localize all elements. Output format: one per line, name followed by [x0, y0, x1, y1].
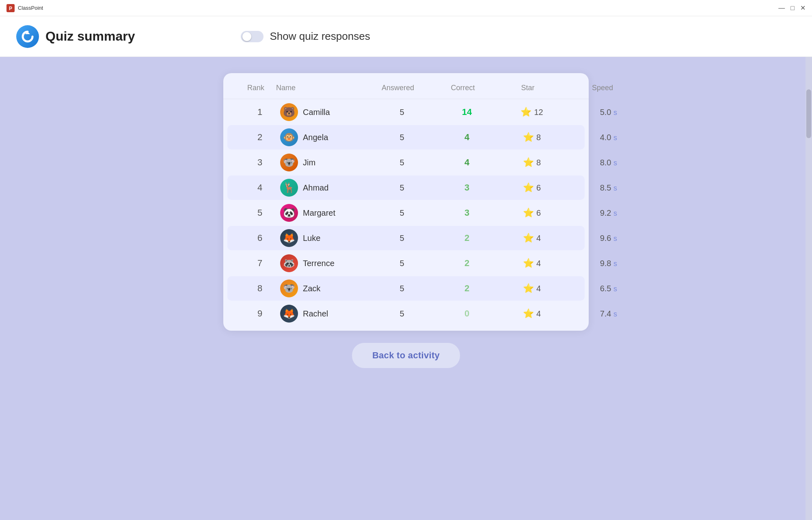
rank-cell: 6	[240, 233, 280, 243]
rank-cell: 7	[240, 258, 280, 269]
toggle-area: Show quiz responses	[241, 30, 370, 43]
star-cell: ⭐ 4	[499, 283, 564, 294]
app-icon: P	[6, 4, 15, 12]
name-cell: 🦊 Luke	[280, 229, 369, 247]
avatar: 🐼	[280, 204, 298, 222]
table-row: 1 🐻 Camilla 5 14 ⭐ 12 5.0 s	[227, 100, 585, 124]
table-card: Rank Name Answered Correct Star Speed 1 …	[223, 73, 589, 331]
student-name: Terrence	[303, 259, 335, 268]
speed-cell: 7.4 s	[564, 309, 621, 318]
star-icon: ⭐	[523, 308, 534, 319]
name-cell: 🦝 Terrence	[280, 254, 369, 272]
name-cell: 🐨 Zack	[280, 280, 369, 297]
minimize-button[interactable]: —	[778, 5, 785, 11]
show-responses-toggle[interactable]	[241, 31, 263, 42]
student-name: Zack	[303, 284, 320, 293]
answered-cell: 5	[369, 259, 434, 268]
correct-cell: 3	[434, 208, 499, 218]
student-name: Margaret	[303, 208, 335, 218]
star-cell: ⭐ 6	[499, 208, 564, 218]
table-row: 4 🦌 Ahmad 5 3 ⭐ 6 8.5 s	[227, 176, 585, 200]
back-to-activity-button[interactable]: Back to activity	[352, 343, 460, 368]
table-header: Rank Name Answered Correct Star Speed	[223, 77, 589, 99]
correct-cell: 14	[434, 107, 499, 117]
col-answered: Answered	[365, 84, 430, 92]
table-row: 5 🐼 Margaret 5 3 ⭐ 6 9.2 s	[227, 201, 585, 225]
star-icon: ⭐	[523, 182, 534, 193]
col-speed: Speed	[560, 84, 617, 92]
avatar: 🦝	[280, 254, 298, 272]
star-count: 4	[536, 259, 541, 268]
speed-cell: 5.0 s	[564, 108, 621, 117]
correct-cell: 2	[434, 283, 499, 294]
star-icon: ⭐	[523, 157, 534, 168]
star-count: 8	[536, 133, 541, 142]
name-cell: 🐵 Angela	[280, 128, 369, 146]
star-icon: ⭐	[523, 233, 534, 243]
avatar: 🦊	[280, 305, 298, 323]
rank-cell: 8	[240, 283, 280, 294]
col-rank: Rank	[235, 84, 276, 92]
maximize-button[interactable]: □	[790, 5, 795, 11]
avatar: 🐨	[280, 154, 298, 171]
table-row: 6 🦊 Luke 5 2 ⭐ 4 9.6 s	[227, 226, 585, 250]
answered-cell: 5	[369, 183, 434, 193]
col-name: Name	[276, 84, 365, 92]
student-name: Rachel	[303, 309, 328, 318]
star-cell: ⭐ 6	[499, 182, 564, 193]
star-icon: ⭐	[520, 107, 531, 117]
correct-cell: 3	[434, 182, 499, 193]
speed-cell: 9.6 s	[564, 234, 621, 243]
logo-circle	[16, 25, 39, 48]
speed-unit: s	[613, 159, 617, 167]
star-cell: ⭐ 12	[499, 107, 564, 117]
star-icon: ⭐	[523, 258, 534, 269]
correct-cell: 4	[434, 132, 499, 143]
star-count: 12	[534, 108, 543, 117]
speed-unit: s	[613, 260, 617, 268]
page-title: Quiz summary	[45, 29, 135, 44]
answered-cell: 5	[369, 158, 434, 167]
star-count: 4	[536, 309, 541, 318]
star-count: 8	[536, 158, 541, 167]
avatar: 🐻	[280, 103, 298, 121]
rank-cell: 2	[240, 132, 280, 143]
answered-cell: 5	[369, 309, 434, 318]
toggle-label: Show quiz responses	[270, 30, 370, 43]
name-cell: 🦌 Ahmad	[280, 179, 369, 197]
avatar: 🐨	[280, 280, 298, 297]
table-body: 1 🐻 Camilla 5 14 ⭐ 12 5.0 s 2 🐵 Angela 5…	[223, 100, 589, 326]
logo-svg	[19, 28, 36, 45]
correct-cell: 0	[434, 308, 499, 319]
scrollbar-thumb[interactable]	[806, 89, 811, 138]
correct-cell: 2	[434, 258, 499, 269]
star-cell: ⭐ 8	[499, 157, 564, 168]
col-star: Star	[495, 84, 560, 92]
name-cell: 🐨 Jim	[280, 154, 369, 171]
avatar: 🐵	[280, 128, 298, 146]
col-correct: Correct	[430, 84, 495, 92]
answered-cell: 5	[369, 234, 434, 243]
student-name: Angela	[303, 133, 328, 142]
name-cell: 🐼 Margaret	[280, 204, 369, 222]
svg-text:P: P	[9, 6, 12, 11]
scrollbar[interactable]	[806, 57, 812, 520]
answered-cell: 5	[369, 108, 434, 117]
student-name: Camilla	[303, 108, 330, 117]
speed-cell: 8.0 s	[564, 158, 621, 167]
table-row: 7 🦝 Terrence 5 2 ⭐ 4 9.8 s	[227, 251, 585, 275]
student-name: Luke	[303, 234, 320, 243]
speed-cell: 9.8 s	[564, 259, 621, 268]
speed-unit: s	[613, 108, 617, 117]
answered-cell: 5	[369, 208, 434, 218]
table-row: 9 🦊 Rachel 5 0 ⭐ 4 7.4 s	[227, 301, 585, 326]
close-button[interactable]: ✕	[800, 5, 806, 11]
title-bar-controls: — □ ✕	[778, 5, 806, 11]
answered-cell: 5	[369, 284, 434, 293]
rank-cell: 9	[240, 308, 280, 319]
logo-area: Quiz summary	[16, 25, 135, 48]
rank-cell: 3	[240, 157, 280, 168]
speed-unit: s	[613, 234, 617, 243]
rank-cell: 4	[240, 182, 280, 193]
avatar: 🦌	[280, 179, 298, 197]
